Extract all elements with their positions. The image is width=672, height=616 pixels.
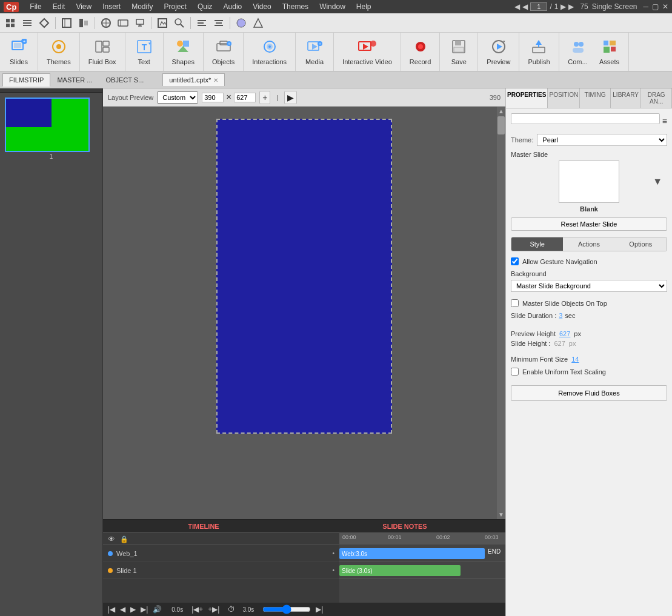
fluidbox-tool[interactable]: Fluid Box <box>84 36 121 68</box>
canvas-scrollbar-v[interactable]: ▲ ▼ <box>497 107 505 519</box>
tb-icon-7[interactable] <box>115 16 131 30</box>
page-prev-icon[interactable]: ◀ <box>514 2 520 11</box>
master-slide-dropdown-icon[interactable]: ▼ <box>653 176 662 187</box>
menu-view[interactable]: View <box>71 1 96 12</box>
tb-icon-10[interactable] <box>171 16 187 30</box>
background-select[interactable]: Master Slide Background <box>511 280 667 292</box>
tb-icon-triangle[interactable] <box>250 16 266 30</box>
menu-edit[interactable]: Edit <box>48 1 70 12</box>
track-bar-slide1[interactable]: Slide (3.0s) <box>339 565 461 576</box>
add-canvas-btn[interactable]: + <box>259 91 270 104</box>
remove-fluid-boxes-btn[interactable]: Remove Fluid Boxes <box>511 385 667 401</box>
tb-icon-align-left[interactable] <box>194 16 210 30</box>
record-tool[interactable]: Record <box>405 36 436 68</box>
pb-beginning-btn[interactable]: |◀ <box>108 605 115 614</box>
tb-icon-5[interactable] <box>76 16 91 30</box>
menu-modify[interactable]: Modify <box>127 1 158 12</box>
window-maximize-icon[interactable]: ▢ <box>652 2 659 11</box>
options-icon[interactable]: ≡ <box>662 116 667 126</box>
layout-mode-select[interactable]: Custom <box>157 91 198 104</box>
window-close-icon[interactable]: ✕ <box>662 2 668 11</box>
objects-tool[interactable]: + Objects <box>207 36 239 68</box>
track-bar-web1[interactable]: Web:3.0s <box>339 548 485 559</box>
assets-tool[interactable]: Assets <box>594 36 625 68</box>
menu-video[interactable]: Video <box>248 1 276 12</box>
master-objects-checkbox[interactable] <box>511 299 519 307</box>
tb-icon-4[interactable] <box>59 16 75 30</box>
menu-audio[interactable]: Audio <box>219 1 247 12</box>
menu-window[interactable]: Window <box>314 1 350 12</box>
screen-mode[interactable]: Single Screen <box>592 2 637 11</box>
panel-tab-object[interactable]: OBJECT S... <box>99 73 151 87</box>
tb-icon-9[interactable] <box>155 16 170 30</box>
slide-canvas[interactable] <box>216 119 392 434</box>
tb-icon-6[interactable] <box>98 16 114 30</box>
slides-tool[interactable]: + Slides <box>4 36 34 68</box>
menu-insert[interactable]: Insert <box>98 1 125 12</box>
scroll-down-arrow[interactable]: ▼ <box>497 510 505 519</box>
right-tab-properties[interactable]: PROPERTIES <box>506 88 548 108</box>
gesture-checkbox[interactable] <box>511 257 519 265</box>
panel-tab-filmstrip[interactable]: FILMSTRIP <box>2 73 50 87</box>
pb-add-btn[interactable]: |◀+ <box>191 605 203 614</box>
tb-icon-1[interactable] <box>2 16 18 30</box>
tb-icon-circle[interactable] <box>233 16 249 30</box>
pb-end-btn[interactable]: ▶| <box>316 605 323 614</box>
style-tab-style[interactable]: Style <box>511 237 563 251</box>
preview-height-value[interactable]: 627 <box>559 330 570 337</box>
min-font-value[interactable]: 14 <box>571 356 579 363</box>
pb-next-btn[interactable]: ▶| <box>141 605 148 614</box>
pb-loop-icon[interactable]: ⏱ <box>228 605 235 614</box>
community-tool[interactable]: Com... <box>563 36 593 68</box>
play-btn[interactable]: ▶ <box>284 91 297 104</box>
menu-file[interactable]: File <box>25 1 46 12</box>
page-prev2-icon[interactable]: ◀ <box>522 2 528 11</box>
tb-icon-8[interactable] <box>132 16 148 30</box>
save-tool[interactable]: Save <box>444 36 474 68</box>
panel-tab-master[interactable]: MASTER ... <box>50 73 99 87</box>
interactive-video-tool[interactable]: Interactive Video <box>338 36 397 68</box>
right-tab-timing[interactable]: TIMING <box>580 88 611 108</box>
scroll-up-arrow[interactable]: ▲ <box>497 107 505 116</box>
text-tool[interactable]: T ▾ Text <box>129 36 159 68</box>
page-next2-icon[interactable]: ▶ <box>568 2 574 11</box>
page-next-icon[interactable]: ▶ <box>561 2 566 11</box>
slide-duration-value[interactable]: 3 <box>559 312 562 319</box>
pb-prev-btn[interactable]: ◀ <box>120 605 125 614</box>
tl-eye-icon[interactable]: 👁 <box>108 535 115 543</box>
page-current[interactable]: 1 <box>530 2 547 11</box>
preview-tool[interactable]: ▾ Preview <box>482 36 515 68</box>
menu-quiz[interactable]: Quiz <box>193 1 218 12</box>
search-input[interactable] <box>515 115 656 122</box>
tb-icon-3[interactable] <box>36 16 52 30</box>
pb-volume-btn[interactable]: 🔊 <box>153 605 162 614</box>
window-minimize-icon[interactable]: ─ <box>643 2 648 11</box>
media-tool[interactable]: + Media <box>299 36 330 68</box>
uniform-text-checkbox[interactable] <box>511 368 519 376</box>
tl-lock-icon[interactable]: 🔒 <box>120 535 128 543</box>
right-tab-dragan[interactable]: DRAG AN... <box>641 88 672 108</box>
width-input[interactable] <box>202 93 224 102</box>
height-input[interactable] <box>234 93 256 102</box>
reset-master-slide-btn[interactable]: Reset Master Slide <box>511 217 667 231</box>
menu-project[interactable]: Project <box>159 1 191 12</box>
pb-timeline-slider[interactable] <box>262 604 311 614</box>
themes-tool[interactable]: Themes <box>42 36 76 68</box>
file-tab-close[interactable]: ✕ <box>213 77 218 84</box>
scroll-thumb-v[interactable] <box>497 116 505 134</box>
shapes-tool[interactable]: Shapes <box>167 36 199 68</box>
right-tab-library[interactable]: LIBRARY <box>611 88 642 108</box>
publish-tool[interactable]: Publish <box>523 36 554 68</box>
menu-themes[interactable]: Themes <box>278 1 313 12</box>
slide-thumbnail-1[interactable]: 1 <box>0 93 102 165</box>
tb-icon-2[interactable] <box>19 16 35 30</box>
pb-play-btn[interactable]: ▶ <box>130 605 136 614</box>
theme-select[interactable]: Pearl <box>537 134 667 146</box>
menu-help[interactable]: Help <box>351 1 376 12</box>
file-tab-untitled[interactable]: untitled1.cptx* ✕ <box>162 73 225 86</box>
style-tab-options[interactable]: Options <box>615 237 667 251</box>
interactions-tool[interactable]: Interactions <box>247 36 291 68</box>
right-tab-position[interactable]: POSITION <box>548 88 580 108</box>
pb-sub-btn[interactable]: +▶| <box>208 605 219 614</box>
style-tab-actions[interactable]: Actions <box>563 237 614 251</box>
